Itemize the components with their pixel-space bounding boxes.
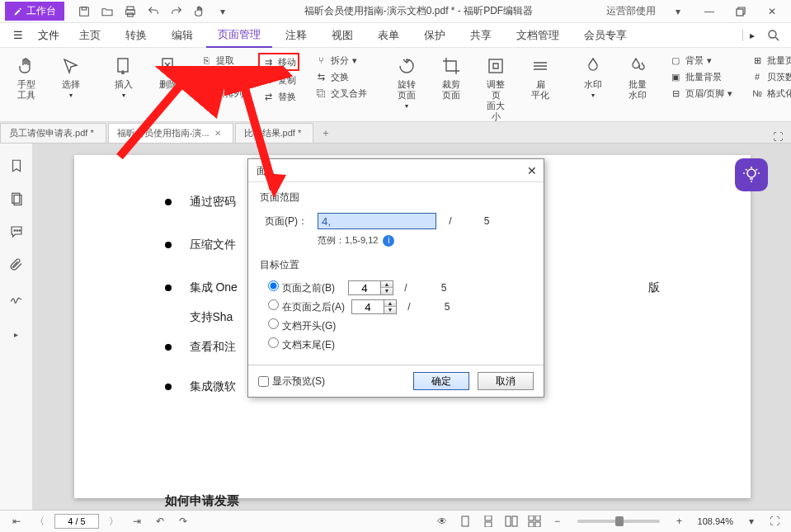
menu-tab-member[interactable]: 会员专享	[572, 23, 638, 48]
menu-tab-edit[interactable]: 编辑	[160, 23, 205, 48]
menu-tab-home[interactable]: 主页	[68, 23, 112, 48]
maximize-button[interactable]	[727, 2, 755, 21]
crop-button[interactable]: 裁剪 页面	[435, 53, 468, 102]
spin-down-icon[interactable]: ▼	[384, 307, 396, 313]
flatten-button[interactable]: 扁 平化	[524, 53, 557, 102]
ok-button[interactable]: 确定	[413, 372, 469, 390]
select-button[interactable]: 选择 ▾	[54, 53, 87, 101]
radio-before[interactable]: 页面之前(B)	[268, 280, 335, 295]
page-range-input[interactable]	[318, 213, 436, 229]
user-label[interactable]: 运营部使用	[606, 4, 656, 18]
read-mode-icon[interactable]: 👁	[434, 513, 450, 530]
pages-icon[interactable]	[7, 190, 26, 208]
bates-number-button[interactable]: #贝茨数 ▾	[747, 69, 791, 84]
spin-down-icon[interactable]: ▼	[381, 288, 393, 294]
replace-button[interactable]: ⇄替换	[258, 89, 299, 104]
minimize-button[interactable]: —	[695, 2, 723, 21]
overflow-icon[interactable]: ▸	[742, 30, 761, 41]
batch-watermark-button[interactable]: 批量 水印	[621, 53, 654, 102]
hamburger-icon[interactable]: ☰	[7, 29, 30, 41]
batch-header-footer-button[interactable]: ⊞批量页眉/页脚	[747, 53, 791, 68]
redo-icon[interactable]	[168, 3, 185, 20]
hand-tool-button[interactable]: 手型 工具	[10, 53, 43, 102]
undo-icon[interactable]	[145, 3, 162, 20]
preview-checkbox[interactable]: 显示预览(S)	[258, 374, 325, 388]
user-dropdown-icon[interactable]: ▾	[664, 2, 692, 21]
add-tab-button[interactable]: ＋	[315, 123, 337, 143]
zoom-dropdown-icon[interactable]: ▾	[743, 513, 760, 530]
menu-tab-view[interactable]: 视图	[320, 23, 365, 48]
resize-button[interactable]: 调整页 面大小	[479, 53, 512, 124]
close-button[interactable]: ✕	[758, 2, 786, 21]
menu-tab-convert[interactable]: 转换	[114, 23, 158, 48]
last-page-button[interactable]: ⇥	[129, 513, 145, 530]
doc-tab-2[interactable]: 比较结果.pdf *	[235, 123, 314, 143]
menu-tab-form[interactable]: 表单	[366, 23, 411, 48]
before-spin-input[interactable]	[348, 280, 381, 295]
radio-after[interactable]: 在页面之后(A)	[268, 299, 345, 314]
move-button[interactable]: ⇉移动	[258, 53, 299, 71]
radio-end[interactable]: 文档末尾(E)	[268, 337, 335, 352]
workspace-button[interactable]: 工作台	[5, 2, 64, 21]
info-icon[interactable]: i	[383, 235, 394, 247]
insert-button[interactable]: 插入 ▾	[107, 53, 140, 101]
close-tab-icon[interactable]: ✕	[214, 129, 221, 138]
back-view-button[interactable]: ↶	[152, 513, 168, 530]
doc-tab-0[interactable]: 员工请假申请表.pdf *	[0, 123, 106, 143]
next-page-button[interactable]: 〉	[106, 513, 122, 530]
batch-background-button[interactable]: ▣批量背景	[666, 69, 736, 84]
spin-up-icon[interactable]: ▲	[384, 300, 396, 307]
expand-sidebar-icon[interactable]: ▸	[7, 325, 26, 343]
lightbulb-hint-icon[interactable]	[735, 158, 768, 191]
menu-file[interactable]: 文件	[31, 28, 66, 43]
radio-start[interactable]: 文档开头(G)	[268, 318, 336, 333]
doc-tab-1[interactable]: 福昕会员使用指南-演...✕	[108, 123, 233, 143]
first-page-button[interactable]: ⇤	[8, 513, 25, 530]
hand-icon[interactable]	[191, 3, 208, 20]
zoom-slider[interactable]	[577, 520, 660, 523]
menu-tab-doc-manage[interactable]: 文档管理	[505, 23, 571, 48]
swap-button[interactable]: ⇆交换	[311, 69, 370, 84]
delete-button[interactable]: 删除	[152, 53, 185, 92]
menu-tab-annotate[interactable]: 注释	[274, 23, 318, 48]
prev-page-button[interactable]: 〈	[31, 513, 48, 530]
dialog-close-button[interactable]: ✕	[527, 164, 537, 177]
continuous-page-icon[interactable]	[480, 513, 497, 530]
extract-button[interactable]: ⎘提取	[196, 53, 247, 68]
save-icon[interactable]	[76, 3, 92, 20]
after-spin-input[interactable]	[351, 299, 384, 314]
zoom-thumb[interactable]	[615, 516, 624, 526]
watermark-button[interactable]: 水印 ▾	[577, 53, 610, 101]
background-button[interactable]: ▢背景 ▾	[666, 53, 736, 68]
menu-tab-page-manage[interactable]: 页面管理	[206, 23, 272, 48]
menu-tab-share[interactable]: 共享	[459, 23, 503, 48]
expand-tabs-icon[interactable]: ⛶	[765, 131, 791, 143]
split-button[interactable]: ⑂拆分 ▾	[311, 53, 370, 68]
facing-page-icon[interactable]	[503, 513, 520, 530]
before-spinner[interactable]: ▲▼	[348, 280, 393, 295]
zoom-label[interactable]: 108.94%	[698, 516, 733, 526]
rotate-button[interactable]: 旋转 页面 ▾	[390, 53, 423, 111]
page-number-input[interactable]	[54, 514, 99, 529]
spin-up-icon[interactable]: ▲	[381, 281, 393, 288]
attachment-icon[interactable]	[7, 256, 26, 274]
format-page-number-button[interactable]: №格式化页码	[747, 86, 791, 101]
single-page-icon[interactable]	[457, 513, 473, 530]
cancel-button[interactable]: 取消	[478, 372, 534, 390]
after-spinner[interactable]: ▲▼	[351, 299, 397, 314]
rearrange-button[interactable]: ▦新排列	[196, 86, 247, 101]
fullscreen-icon[interactable]: ⛶	[766, 513, 783, 530]
search-icon[interactable]	[766, 28, 781, 43]
zoom-in-button[interactable]: +	[671, 513, 688, 530]
menu-tab-protect[interactable]: 保护	[412, 23, 457, 48]
continuous-facing-icon[interactable]	[526, 513, 543, 530]
reverse-button[interactable]: ⇅逆页序	[196, 69, 247, 84]
signature-icon[interactable]	[7, 289, 26, 307]
forward-view-button[interactable]: ↷	[175, 513, 191, 530]
print-icon[interactable]	[122, 3, 139, 20]
dropdown-icon[interactable]: ▾	[214, 3, 231, 20]
open-icon[interactable]	[99, 3, 115, 20]
zoom-out-button[interactable]: −	[549, 513, 566, 530]
merge-button[interactable]: ⿻交叉合并	[311, 86, 370, 101]
header-footer-button[interactable]: ⊟页眉/页脚 ▾	[666, 86, 736, 101]
